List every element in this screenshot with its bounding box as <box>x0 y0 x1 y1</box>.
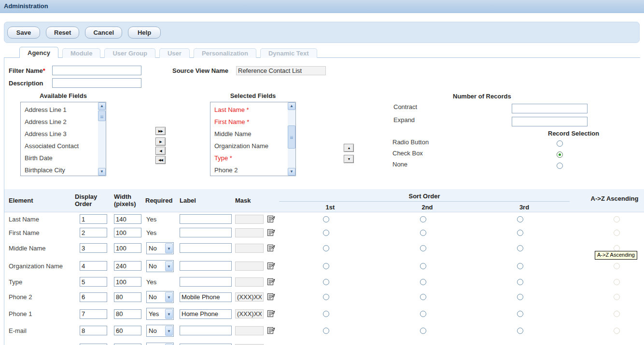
sort-1st-radio[interactable] <box>323 311 329 317</box>
scroll-down-icon[interactable]: ▼ <box>98 168 106 176</box>
display-order-input[interactable] <box>80 277 107 287</box>
required-select[interactable]: ▼ <box>146 343 174 345</box>
required-select[interactable]: Yes▼ <box>146 308 174 320</box>
tab-user[interactable]: User <box>159 48 190 58</box>
list-item[interactable]: Address Line 2 <box>21 116 98 128</box>
sort-2nd-radio[interactable] <box>420 263 426 269</box>
sort-1st-radio[interactable] <box>323 245 329 251</box>
sort-2nd-radio[interactable] <box>420 230 426 236</box>
width-input[interactable] <box>114 243 141 253</box>
mask-editor-icon[interactable] <box>267 278 275 286</box>
mask-editor-icon[interactable] <box>267 293 275 301</box>
sort-3rd-radio[interactable] <box>517 245 523 251</box>
list-item[interactable]: First Name * <box>210 116 287 128</box>
filter-name-input[interactable] <box>52 66 141 75</box>
mask-editor-icon[interactable] <box>267 229 275 237</box>
scrollbar-thumb[interactable] <box>98 110 106 121</box>
tab-agency[interactable]: Agency <box>19 47 58 58</box>
display-order-input[interactable] <box>80 214 107 224</box>
move-right-button[interactable]: ▶ <box>155 138 166 146</box>
display-order-input[interactable] <box>80 309 107 319</box>
list-item[interactable]: Birth Date <box>21 152 98 164</box>
contract-input[interactable] <box>512 104 588 113</box>
width-input[interactable] <box>114 214 141 224</box>
mask-editor-icon[interactable] <box>267 215 275 223</box>
list-item[interactable]: Organization Name <box>210 140 287 152</box>
required-select[interactable]: No▼ <box>146 242 174 254</box>
mask-editor-icon[interactable] <box>267 262 275 270</box>
selected-fields-list[interactable]: Last Name * First Name * Middle Name Org… <box>210 102 296 176</box>
sort-1st-radio[interactable] <box>323 279 329 285</box>
cancel-button[interactable]: Cancel <box>85 27 122 39</box>
list-item[interactable]: Phone 2 <box>210 164 287 176</box>
label-input[interactable] <box>180 261 232 271</box>
label-input[interactable] <box>180 277 232 287</box>
none-option-radio[interactable] <box>557 163 563 169</box>
sort-3rd-radio[interactable] <box>517 311 523 317</box>
tab-user-group[interactable]: User Group <box>104 48 155 58</box>
scroll-up-icon[interactable]: ▲ <box>288 102 295 110</box>
scrollbar-thumb[interactable] <box>288 125 295 149</box>
sort-3rd-radio[interactable] <box>517 263 523 269</box>
sort-1st-radio[interactable] <box>323 230 329 236</box>
label-input[interactable] <box>180 214 232 224</box>
sort-2nd-radio[interactable] <box>420 216 426 222</box>
required-select[interactable]: No▼ <box>146 260 174 272</box>
sort-3rd-radio[interactable] <box>517 216 523 222</box>
sort-2nd-radio[interactable] <box>420 328 426 334</box>
width-input[interactable] <box>114 309 141 319</box>
tab-module[interactable]: Module <box>62 48 101 58</box>
display-order-input[interactable] <box>80 228 107 237</box>
sort-3rd-radio[interactable] <box>517 294 523 300</box>
label-input[interactable] <box>180 292 232 302</box>
width-input[interactable] <box>114 292 141 302</box>
tab-personalization[interactable]: Personalization <box>194 48 256 58</box>
mask-editor-icon[interactable] <box>267 310 275 318</box>
mask-editor-icon[interactable] <box>267 327 275 335</box>
sort-2nd-radio[interactable] <box>420 294 426 300</box>
list-item[interactable]: Type * <box>210 152 287 164</box>
list-item[interactable]: Associated Contact <box>21 140 98 152</box>
move-down-button[interactable]: ▼ <box>344 155 354 163</box>
help-button[interactable]: Help <box>128 27 161 39</box>
sort-1st-radio[interactable] <box>323 263 329 269</box>
label-input[interactable] <box>180 228 232 237</box>
description-input[interactable] <box>52 78 141 88</box>
move-up-button[interactable]: ▲ <box>344 144 354 152</box>
required-select[interactable]: No▼ <box>146 325 174 337</box>
sort-1st-radio[interactable] <box>323 216 329 222</box>
expand-input[interactable] <box>512 117 588 126</box>
scroll-down-icon[interactable]: ▼ <box>288 168 295 176</box>
list-item[interactable]: Birthplace City <box>21 164 98 176</box>
move-left-button[interactable]: ◀ <box>155 147 166 155</box>
list-item[interactable]: Last Name * <box>210 104 287 116</box>
label-input[interactable] <box>180 309 232 319</box>
display-order-input[interactable] <box>80 326 107 335</box>
label-input[interactable] <box>180 326 232 335</box>
width-input[interactable] <box>114 326 141 335</box>
save-button[interactable]: Save <box>7 27 40 39</box>
sort-3rd-radio[interactable] <box>517 230 523 236</box>
scroll-up-icon[interactable]: ▲ <box>98 102 106 110</box>
sort-2nd-radio[interactable] <box>420 311 426 317</box>
label-input[interactable] <box>180 243 232 253</box>
available-fields-list[interactable]: Address Line 1 Address Line 2 Address Li… <box>20 102 106 176</box>
reset-button[interactable]: Reset <box>46 27 79 39</box>
list-item[interactable]: Middle Name <box>210 128 287 140</box>
required-select[interactable]: No▼ <box>146 291 174 303</box>
sort-1st-radio[interactable] <box>323 328 329 334</box>
check-box-option-radio[interactable] <box>557 152 563 158</box>
width-input[interactable] <box>114 261 141 271</box>
radio-button-option-radio[interactable] <box>557 140 563 147</box>
sort-3rd-radio[interactable] <box>517 328 523 334</box>
display-order-input[interactable] <box>80 261 107 271</box>
sort-3rd-radio[interactable] <box>517 279 523 285</box>
list-item[interactable]: Address Line 3 <box>21 128 98 140</box>
mask-editor-icon[interactable] <box>267 244 275 252</box>
tab-dynamic-text[interactable]: Dynamic Text <box>260 48 317 58</box>
width-input[interactable] <box>114 228 141 237</box>
move-all-left-button[interactable]: ◀◀ <box>155 156 166 164</box>
move-all-right-button[interactable]: ▶▶ <box>155 127 166 135</box>
list-item[interactable]: Address Line 1 <box>21 104 98 116</box>
display-order-input[interactable] <box>80 292 107 302</box>
